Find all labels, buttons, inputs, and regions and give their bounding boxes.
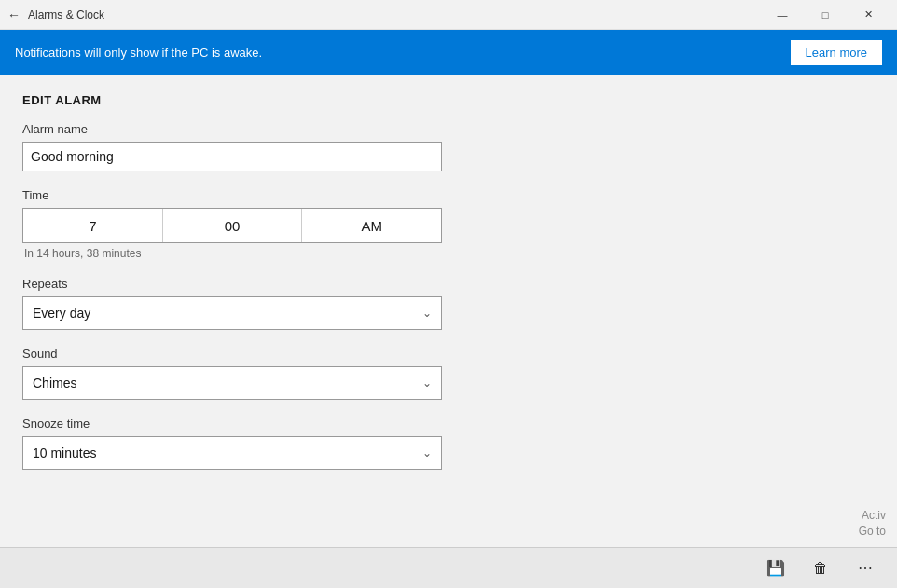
repeats-dropdown[interactable]: Every day ⌄ bbox=[22, 296, 442, 330]
title-bar-controls: — □ ✕ bbox=[761, 0, 890, 30]
sound-value: Chimes bbox=[33, 376, 76, 390]
notification-message: Notifications will only show if the PC i… bbox=[15, 46, 262, 60]
repeats-chevron-icon: ⌄ bbox=[422, 307, 432, 320]
save-button[interactable]: 💾 bbox=[755, 552, 796, 585]
learn-more-button[interactable]: Learn more bbox=[791, 40, 882, 65]
bottom-bar: 💾 🗑 ⋯ bbox=[0, 547, 897, 588]
main-content: EDIT ALARM Alarm name Time 7 00 AM In 14… bbox=[0, 75, 897, 547]
watermark-line2: Go to bbox=[859, 524, 886, 540]
app-title: Alarms & Clock bbox=[28, 8, 104, 21]
back-button[interactable]: ← bbox=[7, 7, 21, 22]
delete-button[interactable]: 🗑 bbox=[800, 552, 841, 585]
time-minute[interactable]: 00 bbox=[163, 209, 303, 242]
time-hour[interactable]: 7 bbox=[23, 209, 163, 242]
repeats-label: Repeats bbox=[22, 277, 875, 291]
snooze-label: Snooze time bbox=[22, 417, 875, 431]
activate-watermark: Activ Go to bbox=[859, 508, 886, 540]
delete-icon: 🗑 bbox=[813, 560, 828, 577]
time-period[interactable]: AM bbox=[302, 209, 441, 242]
close-button[interactable]: ✕ bbox=[847, 0, 890, 30]
alarm-name-label: Alarm name bbox=[22, 122, 875, 136]
title-bar-left: ← Alarms & Clock bbox=[7, 7, 104, 22]
time-group: Time 7 00 AM In 14 hours, 38 minutes bbox=[22, 188, 875, 260]
snooze-chevron-icon: ⌄ bbox=[422, 446, 432, 459]
snooze-value: 10 minutes bbox=[33, 445, 96, 460]
notification-banner: Notifications will only show if the PC i… bbox=[0, 30, 897, 75]
alarm-name-input[interactable] bbox=[22, 142, 442, 171]
repeats-value: Every day bbox=[33, 306, 90, 321]
sound-dropdown[interactable]: Chimes ⌄ bbox=[22, 366, 442, 400]
snooze-group: Snooze time 10 minutes ⌄ bbox=[22, 417, 875, 470]
time-hint: In 14 hours, 38 minutes bbox=[24, 247, 875, 260]
bottom-actions: 💾 🗑 ⋯ bbox=[755, 552, 886, 585]
sound-chevron-icon: ⌄ bbox=[422, 376, 432, 390]
title-bar: ← Alarms & Clock — □ ✕ bbox=[0, 0, 897, 30]
maximize-button[interactable]: □ bbox=[804, 0, 847, 30]
alarm-name-group: Alarm name bbox=[22, 122, 875, 171]
save-icon: 💾 bbox=[766, 559, 785, 577]
more-icon: ⋯ bbox=[858, 559, 873, 577]
repeats-group: Repeats Every day ⌄ bbox=[22, 277, 875, 330]
sound-label: Sound bbox=[22, 347, 875, 361]
section-title: EDIT ALARM bbox=[22, 93, 875, 107]
more-button[interactable]: ⋯ bbox=[845, 552, 886, 585]
snooze-dropdown[interactable]: 10 minutes ⌄ bbox=[22, 436, 442, 470]
time-picker: 7 00 AM bbox=[22, 208, 442, 243]
watermark-line1: Activ bbox=[859, 508, 886, 524]
minimize-button[interactable]: — bbox=[761, 0, 804, 30]
sound-group: Sound Chimes ⌄ bbox=[22, 347, 875, 400]
time-label: Time bbox=[22, 188, 875, 202]
